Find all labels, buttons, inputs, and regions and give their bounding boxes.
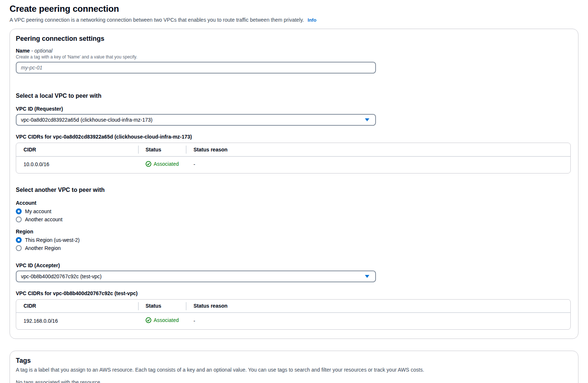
requester-cidr-table-title: VPC CIDRs for vpc-0a8d02cd83922a65d (cli… [16,134,571,140]
vpc-requester-label: VPC ID (Requester) [16,106,571,112]
name-label-text: Name [16,48,30,54]
other-vpc-heading: Select another VPC to peer with [16,187,571,193]
column-header-status-reason: Status reason [186,300,570,313]
name-field-help: Create a tag with a key of 'Name' and a … [16,54,571,60]
radio-another-region[interactable]: Another Region [16,244,61,252]
vpc-accepter-label: VPC ID (Accepter) [16,262,571,268]
tags-card: Tags A tag is a label that you assign to… [10,351,578,383]
page-description: A VPC peering connection is a networking… [10,17,578,23]
tags-empty-text: No tags associated with the resource. [16,379,571,383]
column-header-status-reason: Status reason [186,143,570,156]
column-header-status: Status [138,143,186,156]
status-reason-cell: - [186,156,570,173]
radio-my-account-label: My account [25,208,51,214]
account-radio-group: Account My account Another account [16,200,571,223]
page-description-text: A VPC peering connection is a networking… [10,17,304,23]
table-header-row: CIDR Status Status reason [16,143,570,156]
status-success-icon [146,317,151,323]
name-optional-suffix: - optional [31,48,53,54]
name-field-label: Name - optional [16,48,571,54]
vpc-requester-selected-value: vpc-0a8d02cd83922a65d (clickhouse-cloud-… [21,117,153,123]
column-header-cidr: CIDR [16,143,138,156]
radio-button-icon[interactable] [16,208,22,214]
vpc-accepter-selected-value: vpc-0b8b400d20767c92c (test-vpc) [21,273,101,279]
radio-another-account[interactable]: Another account [16,215,62,223]
status-success-icon [146,161,151,167]
status-reason-cell: - [186,313,570,330]
table-header-row: CIDR Status Status reason [16,300,570,313]
chevron-down-icon [365,118,369,121]
status-text: Associated [154,317,179,323]
accepter-cidr-table-title: VPC CIDRs for vpc-0b8b400d20767c92c (tes… [16,290,571,296]
table-row: 10.0.0.0/16 Associated - [16,156,570,173]
region-group-label: Region [16,229,571,235]
chevron-down-icon [365,275,369,278]
peering-settings-card: Peering connection settings Name - optio… [10,29,578,339]
radio-another-region-label: Another Region [25,245,61,251]
name-input[interactable] [16,62,376,74]
status-cell: Associated [138,156,186,173]
region-radio-group: Region This Region (us-west-2) Another R… [16,229,571,252]
radio-this-region[interactable]: This Region (us-west-2) [16,236,80,244]
radio-my-account[interactable]: My account [16,207,51,215]
column-header-status: Status [138,300,186,313]
cidr-cell: 192.168.0.0/16 [16,313,138,330]
local-vpc-heading: Select a local VPC to peer with [16,93,571,99]
table-row: 192.168.0.0/16 Associated - [16,313,570,330]
vpc-accepter-select[interactable]: vpc-0b8b400d20767c92c (test-vpc) [16,271,376,282]
radio-button-icon[interactable] [16,237,22,243]
status-text: Associated [154,161,179,167]
column-header-cidr: CIDR [16,300,138,313]
radio-button-icon[interactable] [16,245,22,251]
radio-this-region-label: This Region (us-west-2) [25,237,80,243]
status-cell: Associated [138,313,186,330]
accepter-cidr-table: CIDR Status Status reason 192.168.0.0/16… [16,299,571,330]
tags-title: Tags [16,357,571,365]
cidr-cell: 10.0.0.0/16 [16,156,138,173]
page-title: Create peering connection [10,4,578,14]
vpc-requester-select[interactable]: vpc-0a8d02cd83922a65d (clickhouse-cloud-… [16,114,376,126]
radio-another-account-label: Another account [25,216,62,222]
peering-settings-title: Peering connection settings [16,35,571,43]
account-group-label: Account [16,200,571,206]
radio-button-icon[interactable] [16,216,22,222]
info-link[interactable]: Info [308,17,316,23]
requester-cidr-table: CIDR Status Status reason 10.0.0.0/16 As… [16,143,571,173]
tags-description: A tag is a label that you assign to an A… [16,367,571,373]
